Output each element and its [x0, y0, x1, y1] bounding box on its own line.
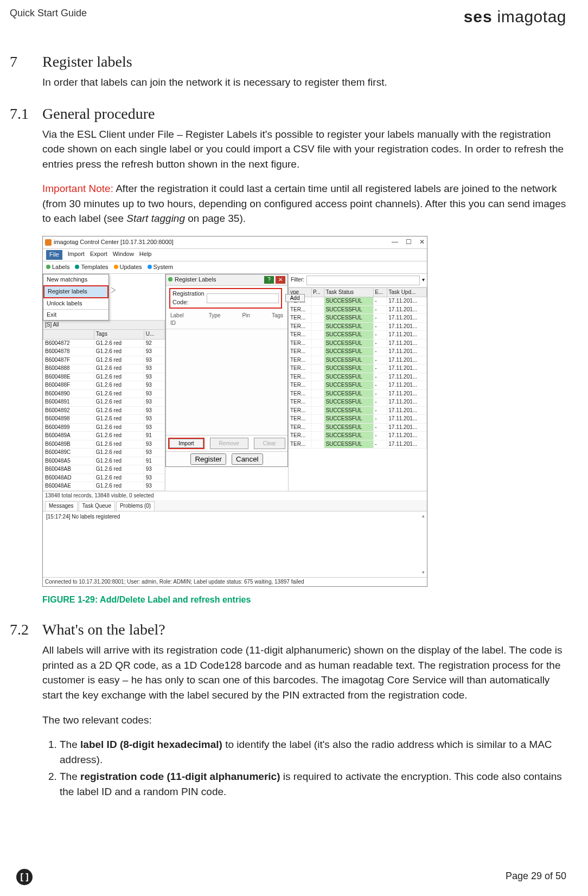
minimize-icon[interactable]: —	[392, 238, 398, 247]
app-icon	[45, 239, 52, 246]
table-row[interactable]: TER...SUCCESSFUL-17.11.201...	[289, 373, 427, 381]
dialog-title: Register Labels	[168, 276, 216, 284]
figure-caption: FIGURE 1-29: Add/Delete Label and refres…	[42, 593, 566, 606]
table-row[interactable]: B6004888G1.2.6 red93	[43, 364, 165, 373]
toolbar-updates[interactable]: Updates	[114, 263, 142, 272]
filter-dropdown-icon[interactable]: ▾	[422, 276, 425, 284]
section-title: Register labels	[42, 53, 132, 71]
menu-window[interactable]: Window	[113, 250, 134, 260]
register-button[interactable]: Register	[190, 453, 226, 465]
scroll-down-icon[interactable]: ▾	[422, 569, 425, 576]
maximize-icon[interactable]: ☐	[406, 238, 412, 247]
table-row[interactable]: B6004892G1.2.6 red93	[43, 406, 165, 415]
scroll-up-icon[interactable]: ▴	[422, 513, 425, 520]
table-row[interactable]: B600488FG1.2.6 red93	[43, 381, 165, 390]
table-row[interactable]: TER...SUCCESSFUL-17.11.201...	[289, 314, 427, 323]
registration-code-field: Registration Code:	[169, 288, 282, 309]
footer-icon: [ ]	[16, 869, 33, 885]
table-row[interactable]: TER...SUCCESSFUL-17.11.201...	[289, 348, 427, 356]
table-row[interactable]: TER...SUCCESSFUL-17.11.201...	[289, 381, 427, 390]
table-row[interactable]: TER...SUCCESSFUL-17.11.201...	[289, 322, 427, 331]
section-title: General procedure	[42, 105, 155, 123]
table-row[interactable]: TER...SUCCESSFUL-17.11.201...	[289, 406, 427, 415]
list-item: The registration code (11-digit alphanum…	[60, 769, 566, 799]
tab-problems[interactable]: Problems (0)	[116, 501, 155, 511]
brand-logo: ses imagotag	[464, 8, 566, 26]
labels-table: [S] All Tags U... B6004872G1.2.6 red92B6…	[43, 320, 165, 491]
table-row[interactable]: B60048AEG1.2.6 red93	[43, 482, 165, 491]
menu-file[interactable]: File	[46, 250, 62, 260]
app-screenshot: imagotag Control Center [10.17.31.200:80…	[42, 236, 427, 587]
table-row[interactable]: B600489CG1.2.6 red93	[43, 449, 165, 457]
filter-label: Filter:	[291, 276, 304, 284]
clear-button[interactable]: Clear	[254, 438, 285, 449]
table-row[interactable]: TER...SUCCESSFUL-17.11.201...	[289, 432, 427, 440]
table-row[interactable]: TER...SUCCESSFUL-17.11.201...	[289, 440, 427, 449]
reg-code-label: Registration Code:	[172, 290, 204, 307]
table-row[interactable]: TER...SUCCESSFUL-17.11.201...	[289, 305, 427, 314]
dialog-columns: Label ID Type Pin Tags	[166, 311, 287, 329]
toolbar-templates[interactable]: Templates	[75, 263, 108, 272]
table-row[interactable]: TER...SUCCESSFUL-17.11.201...	[289, 356, 427, 364]
toolbar-system[interactable]: System	[148, 263, 174, 272]
menu-help[interactable]: Help	[139, 250, 152, 260]
records-status: 13848 total records, 13848 visible, 0 se…	[43, 491, 427, 501]
file-dropdown: New matchings Register labels Unlock lab…	[43, 274, 109, 321]
table-row[interactable]: B600487FG1.2.6 red93	[43, 356, 165, 364]
menu-item-exit[interactable]: Exit	[43, 309, 108, 321]
menu-export[interactable]: Export	[90, 250, 107, 260]
table-row[interactable]: TER...SUCCESSFUL-17.11.201...	[289, 415, 427, 424]
table-row[interactable]: B6004872G1.2.6 red92	[43, 339, 165, 348]
menu-item-register-labels[interactable]: Register labels	[43, 285, 108, 298]
table-row[interactable]: B600489BG1.2.6 red93	[43, 440, 165, 449]
dialog-close-icon[interactable]: ✕	[276, 276, 285, 284]
menu-item-unlock-labels[interactable]: Unlock labels	[43, 298, 108, 309]
section-title: What's on the label?	[42, 621, 165, 638]
search-field[interactable]: [S] All	[43, 320, 165, 330]
paragraph: All labels will arrive with its registra…	[42, 643, 566, 702]
paragraph: The two relevant codes:	[42, 713, 566, 728]
table-row[interactable]: TER...SUCCESSFUL-17.11.201...	[289, 339, 427, 348]
add-button[interactable]: Add	[285, 294, 305, 302]
table-row[interactable]: B6004891G1.2.6 red93	[43, 398, 165, 407]
table-row[interactable]: B60048ABG1.2.6 red93	[43, 465, 165, 474]
messages-area: [15:17:24] No labels registered ▴▾	[43, 511, 427, 577]
table-row[interactable]: B6004899G1.2.6 red93	[43, 423, 165, 432]
toolbar-labels[interactable]: Labels	[46, 263, 69, 272]
cancel-button[interactable]: Cancel	[232, 453, 263, 465]
list-item: The label ID (8-digit hexadecimal) to id…	[60, 737, 566, 767]
table-row[interactable]: B600488EG1.2.6 red93	[43, 373, 165, 381]
tab-messages[interactable]: Messages	[45, 501, 78, 511]
table-row[interactable]: B6004890G1.2.6 red93	[43, 389, 165, 398]
section-number: 7.1	[10, 105, 42, 123]
table-row[interactable]: TER...SUCCESSFUL-17.11.201...	[289, 398, 427, 407]
toolbar: Labels Templates Updates System	[43, 261, 427, 274]
reg-code-input[interactable]	[207, 293, 279, 303]
table-row[interactable]: B60048ADG1.2.6 red93	[43, 473, 165, 482]
menubar: File Import Export Window Help	[43, 249, 427, 261]
table-row[interactable]: TER...SUCCESSFUL-17.11.201...	[289, 364, 427, 373]
close-icon[interactable]: ✕	[419, 238, 425, 247]
bottom-tabs: Messages Task Queue Problems (0)	[43, 500, 427, 511]
table-row[interactable]: TER...SUCCESSFUL-17.11.201...	[289, 423, 427, 432]
dialog-help-icon[interactable]: ?	[264, 276, 274, 284]
table-row[interactable]: B60048A5G1.2.6 red91	[43, 457, 165, 465]
dialog-list	[166, 329, 287, 435]
filter-input[interactable]	[306, 276, 420, 285]
page-number: Page 29 of 50	[506, 871, 566, 882]
register-labels-dialog: Register Labels ? ✕ Registration Code:	[165, 274, 288, 467]
section-intro: In order that labels can join the networ…	[42, 75, 566, 90]
table-row[interactable]: B6004898G1.2.6 red93	[43, 415, 165, 424]
paragraph: Via the ESL Client under File – Register…	[42, 127, 566, 172]
table-row[interactable]: TER...SUCCESSFUL-17.11.201...	[289, 331, 427, 340]
table-row[interactable]: TER...SUCCESSFUL-17.11.201...	[289, 389, 427, 398]
import-button[interactable]: Import	[169, 439, 203, 448]
menu-item-new-matchings[interactable]: New matchings	[43, 274, 108, 285]
remove-button[interactable]: Remove	[210, 438, 248, 449]
important-note: Important Note: After the registration i…	[42, 181, 566, 226]
table-row[interactable]: B600489AG1.2.6 red91	[43, 432, 165, 440]
menu-import[interactable]: Import	[68, 250, 85, 260]
table-row[interactable]: B6004878G1.2.6 red93	[43, 348, 165, 356]
tab-task-queue[interactable]: Task Queue	[79, 501, 115, 511]
table-row[interactable]: TER...SUCCESSFUL-17.11.201...	[289, 297, 427, 306]
